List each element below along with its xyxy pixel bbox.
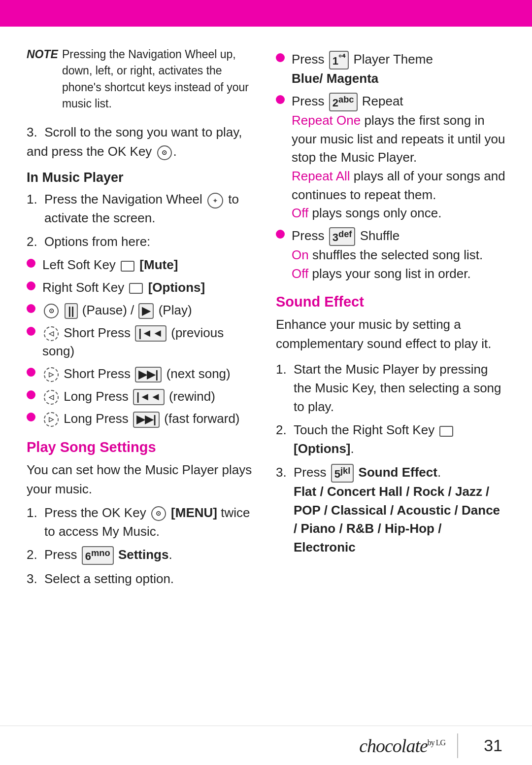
bullet-short-press-prev: ◁ Short Press |◄◄ (previous song): [27, 324, 256, 361]
note-block: NOTE Pressing the Navigation Wheel up, d…: [27, 46, 256, 112]
key-2abc: 2abc: [329, 93, 358, 111]
right-soft-key-icon: [129, 283, 143, 294]
play-song-settings-heading: Play Song Settings: [27, 439, 256, 455]
in-music-player-step-2: 2. Options from here:: [27, 233, 256, 251]
bullet-long-press-rewind: ◁ Long Press |◄◄ (rewind): [27, 387, 256, 406]
top-bar: [0, 0, 532, 27]
ok-key-icon2: ⊙: [44, 304, 59, 318]
scroll-instruction: 3. Scroll to the song you want to play, …: [27, 123, 256, 161]
pss-step-3: 3. Select a setting option.: [27, 570, 256, 589]
play-song-settings-intro: You can set how the Music Player plays y…: [27, 460, 256, 499]
svg-rect-1: [130, 283, 142, 293]
bullet-pause-play: ⊙ || (Pause) / ▶ (Play): [27, 301, 256, 320]
right-soft-key-icon2: [439, 426, 453, 437]
svg-rect-2: [440, 426, 453, 436]
ok-key-icon: ⊙: [157, 145, 172, 160]
page-number: 31: [484, 736, 502, 755]
left-nav-icon2: ◁: [44, 390, 59, 405]
se-step-3: 3. Press 5jkl Sound Effect.Flat / Concer…: [276, 463, 505, 557]
pss-step-2: 2. Press 6mno Settings.: [27, 546, 256, 565]
shuffle-off-label: Off: [292, 266, 308, 281]
options-bullet-list: Left Soft Key [Mute] Right Soft Key [Opt…: [27, 256, 256, 428]
right-column: Press 1°⁴ Player ThemeBlue/ Magenta Pres…: [276, 46, 505, 593]
bullet-dot: [27, 390, 35, 399]
right-nav-icon: ▷: [44, 367, 59, 382]
play-key: ▶: [138, 303, 154, 319]
sound-effect-steps: 1. Start the Music Player by pressing th…: [276, 360, 505, 556]
nav-wheel-icon: [207, 193, 223, 209]
bullet-dot: [27, 327, 35, 336]
bullet-dot: [27, 259, 35, 268]
repeat-off-label: Off: [292, 206, 308, 220]
brand-logo: chocolateby LG: [359, 735, 445, 757]
bullet-long-press-ff: ▷ Long Press ▶▶| (fast forward): [27, 410, 256, 428]
left-column: NOTE Pressing the Navigation Wheel up, d…: [27, 46, 256, 593]
in-music-player-steps: 1. Press the Navigation Wheel to activat…: [27, 190, 256, 251]
note-label: NOTE: [27, 46, 58, 112]
ff-key: ▶▶|: [133, 412, 160, 428]
se-step-2: 2. Touch the Right Soft Key [Options].: [276, 421, 505, 458]
in-music-player-heading: In Music Player: [27, 170, 256, 185]
bullet-dot: [27, 413, 35, 421]
footer-divider: [457, 733, 458, 758]
next-key: ▶▶|: [135, 367, 162, 383]
sound-effect-intro: Enhance your music by setting a compleme…: [276, 315, 505, 353]
bullet-options: Right Soft Key [Options]: [27, 278, 256, 297]
repeat-one-label: Repeat One: [292, 113, 361, 128]
bullet-short-press-next: ▷ Short Press ▶▶| (next song): [27, 365, 256, 383]
key-5jkl: 5jkl: [331, 464, 354, 483]
right-nav-icon2: ▷: [44, 412, 59, 427]
play-song-settings-steps: 1. Press the OK Key ⊙ [MENU] twice to ac…: [27, 504, 256, 589]
bullet-dot: [27, 368, 35, 377]
repeat-all-label: Repeat All: [292, 169, 350, 183]
bullet-dot: [276, 95, 285, 104]
bullet-shuffle: Press 3def Shuffle On shuffles the selec…: [276, 227, 505, 283]
key-3def: 3def: [329, 227, 356, 246]
key-1: 1°⁴: [329, 51, 349, 70]
settings-key: 6mno: [82, 546, 114, 565]
note-text: Pressing the Navigation Wheel up, down, …: [62, 46, 256, 112]
se-step-1: 1. Start the Music Player by pressing th…: [276, 360, 505, 416]
brand-sub: by LG: [428, 738, 445, 747]
brand-name: chocolate: [359, 735, 428, 756]
footer: chocolateby LG 31: [0, 726, 532, 765]
rewind-key: |◄◄: [133, 389, 165, 405]
pss-step-1: 1. Press the OK Key ⊙ [MENU] twice to ac…: [27, 504, 256, 541]
prev-key: |◄◄: [135, 325, 166, 342]
bullet-mute: Left Soft Key [Mute]: [27, 256, 256, 275]
svg-rect-0: [121, 261, 134, 271]
pause-key: ||: [65, 303, 77, 319]
bullet-dot: [27, 304, 35, 313]
right-bullets: Press 1°⁴ Player ThemeBlue/ Magenta Pres…: [276, 50, 505, 283]
sound-effect-heading: Sound Effect: [276, 294, 505, 310]
in-music-player-step-1: 1. Press the Navigation Wheel to activat…: [27, 190, 256, 227]
shuffle-on-label: On: [292, 247, 309, 262]
bullet-repeat: Press 2abc Repeat Repeat One plays the f…: [276, 92, 505, 223]
bullet-player-theme: Press 1°⁴ Player ThemeBlue/ Magenta: [276, 50, 505, 88]
bullet-dot: [276, 230, 285, 239]
left-nav-icon: ◁: [44, 326, 59, 341]
left-soft-key-icon: [121, 261, 134, 272]
blue-magenta-text: Blue/ Magenta: [292, 71, 378, 86]
ok-key-icon3: ⊙: [151, 506, 166, 521]
bullet-dot: [27, 281, 35, 290]
bullet-dot: [276, 53, 285, 62]
